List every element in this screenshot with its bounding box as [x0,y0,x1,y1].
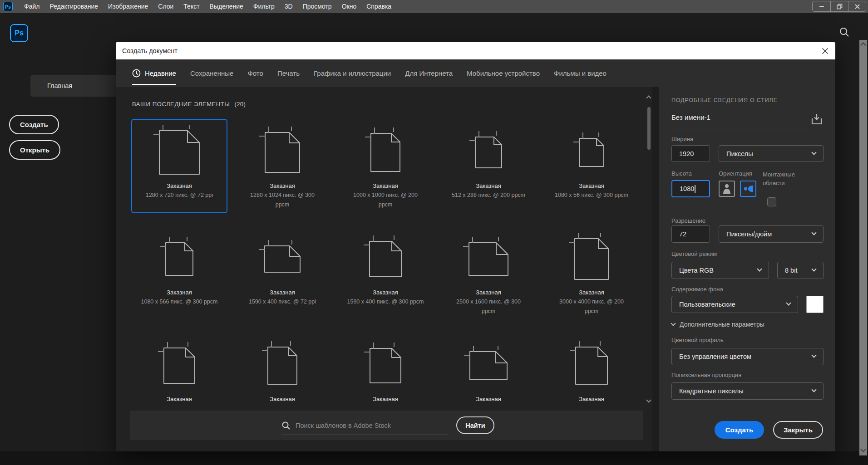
stock-find-button[interactable]: Найти [456,416,494,434]
document-preset-icon [463,345,514,381]
preset-tile-0[interactable]: Заказная1280 x 720 пикс. @ 72 ppi [131,119,227,213]
close-window-button[interactable] [848,1,866,11]
close-button[interactable]: Закрыть [773,421,823,439]
preset-tile-icon-wrap [364,120,407,180]
preset-tile-8[interactable]: Заказная2500 x 1600 пикс. @ 300 ppcm [440,225,537,320]
menu-item-7[interactable]: 3D [280,0,298,13]
presets-scroll-up-icon[interactable] [646,95,651,100]
tab-6[interactable]: Мобильное устройство [467,59,540,87]
orientation-landscape-button[interactable] [740,181,756,197]
tab-5[interactable]: Для Интернета [405,59,453,87]
recent-presets-area: ВАШИ ПОСЛЕДНИЕ ЭЛЕМЕНТЫ(20) Заказная1280… [116,87,652,451]
presets-scrollbar-thumb[interactable] [647,107,651,150]
color-mode-dropdown[interactable]: Цвета RGB [671,262,769,279]
document-preset-icon [363,342,408,384]
pixel-ratio-dropdown[interactable]: Квадратные пикселы [671,382,824,400]
home-create-button[interactable]: Создать [9,115,59,134]
menu-item-10[interactable]: Справка [361,0,396,13]
width-input[interactable]: 1920 [671,145,710,162]
menu-item-0[interactable]: Файл [19,0,44,13]
artboards-checkbox[interactable] [767,197,776,206]
preset-tile-name: Заказная [270,181,295,191]
clock-icon [132,69,141,78]
menu-item-5[interactable]: Выделение [205,0,248,13]
tab-1[interactable]: Сохраненные [190,59,234,87]
preset-tile-icon-wrap [462,226,515,286]
document-preset-icon [159,236,200,277]
preset-tile-4[interactable]: Заказная1080 x 56 пикс. @ 300 ppcm [543,119,640,213]
preset-tile-1[interactable]: Заказная1280 x 1024 пикс. @ 300 ppcm [234,119,330,213]
preset-tile-size: 1000 x 1000 пикс. @ 200 ppcm [346,191,425,210]
preset-tile-6[interactable]: Заказная1590 x 400 пикс. @ 72 ppi [234,225,330,320]
tab-label: Недавние [145,69,176,77]
tab-7[interactable]: Фильмы и видео [554,59,607,87]
stock-search-input[interactable]: Поиск шаблонов в Adobe Stock [281,416,448,435]
tab-label: Мобильное устройство [467,69,540,77]
preset-tile-name: Заказная [373,395,398,404]
home-open-button[interactable]: Открыть [9,140,60,160]
preset-tile-icon-wrap [469,120,508,180]
tab-3[interactable]: Печать [277,59,300,87]
width-unit-dropdown[interactable]: Пикселы [719,145,824,162]
menu-item-6[interactable]: Фильтр [248,0,280,13]
menu-item-4[interactable]: Текст [178,0,204,13]
resolution-unit-dropdown[interactable]: Пикселы/дюйм [719,225,824,243]
resolution-input[interactable]: 72 [671,225,710,243]
color-mode-label: Цветовой режим [671,250,717,257]
preset-tile-name: Заказная [476,395,501,404]
minimize-button[interactable] [813,1,830,11]
preset-tile-icon-wrap [159,226,200,286]
menu-item-9[interactable]: Окно [337,0,362,13]
background-dropdown[interactable]: Пользовательские [671,296,798,313]
preset-tile-2[interactable]: Заказная1000 x 1000 пикс. @ 200 ppcm [337,119,434,213]
save-preset-icon[interactable] [810,113,824,126]
restore-button[interactable] [830,1,848,11]
preset-tile-icon-wrap [363,226,408,286]
document-name-input[interactable]: Без имени-1 [671,113,710,121]
background-color-swatch[interactable] [806,296,824,313]
panel-heading: ПОДРОБНЫЕ СВЕДЕНИЯ О СТИЛЕ [671,97,778,103]
menu-item-8[interactable]: Просмотр [298,0,337,13]
preset-tile-name: Заказная [167,288,192,297]
chevron-down-icon [811,150,816,155]
presets-scroll-down-icon[interactable] [646,397,651,402]
preset-details-panel: ПОДРОБНЫЕ СВЕДЕНИЯ О СТИЛЕ Без имени-1 Ш… [659,87,835,451]
chevron-down-icon [811,266,816,271]
scroll-down-icon[interactable] [860,446,866,452]
document-preset-icon [469,130,508,169]
advanced-options-toggle[interactable]: Дополнительные параметры [671,321,764,328]
home-search-icon[interactable] [839,27,850,38]
dialog-close-icon[interactable] [820,46,829,55]
preset-tile-name: Заказная [167,181,192,191]
height-input[interactable]: 1080 [671,180,710,197]
sidebar-item-home[interactable]: Главная [30,75,117,97]
chevron-down-icon [811,230,816,235]
create-button[interactable]: Создать [715,421,764,439]
menu-item-3[interactable]: Слои [153,0,178,13]
home-screen-bottom [0,451,868,465]
preset-tile-name: Заказная [476,181,501,191]
color-profile-dropdown[interactable]: Без управления цветом [671,348,824,365]
search-icon [281,421,291,430]
bit-depth-dropdown[interactable]: 8 bit [777,262,824,279]
tab-0[interactable]: Недавние [132,59,176,87]
preset-tile-7[interactable]: Заказная1590 x 400 пикс. @ 300 ppcm [337,225,434,320]
scroll-up-icon[interactable] [860,42,866,48]
presets-scrollbar[interactable] [646,93,652,406]
chevron-down-icon [757,266,762,271]
tab-4[interactable]: Графика и иллюстрации [314,59,391,87]
chevron-down-icon [811,387,816,392]
preset-tile-3[interactable]: Заказная512 x 288 пикс. @ 200 ppcm [440,119,537,213]
menu-item-1[interactable]: Редактирование [44,0,103,13]
orientation-portrait-button[interactable] [719,181,735,197]
window-scrollbar[interactable] [859,40,867,455]
height-label: Высота [671,170,692,177]
sidebar-item-home-label: Главная [47,82,72,89]
preset-tile-5[interactable]: Заказная1080 x 566 пикс. @ 300 ppcm [131,225,227,320]
preset-tile-9[interactable]: Заказная3000 x 4000 пикс. @ 200 ppcm [543,225,640,320]
menu-item-2[interactable]: Изображение [103,0,153,13]
preset-tile-icon-wrap [568,226,615,286]
stock-search-placeholder: Поиск шаблонов в Adobe Stock [296,422,391,429]
tab-2[interactable]: Фото [247,59,263,87]
preset-tile-icon-wrap [258,226,307,286]
